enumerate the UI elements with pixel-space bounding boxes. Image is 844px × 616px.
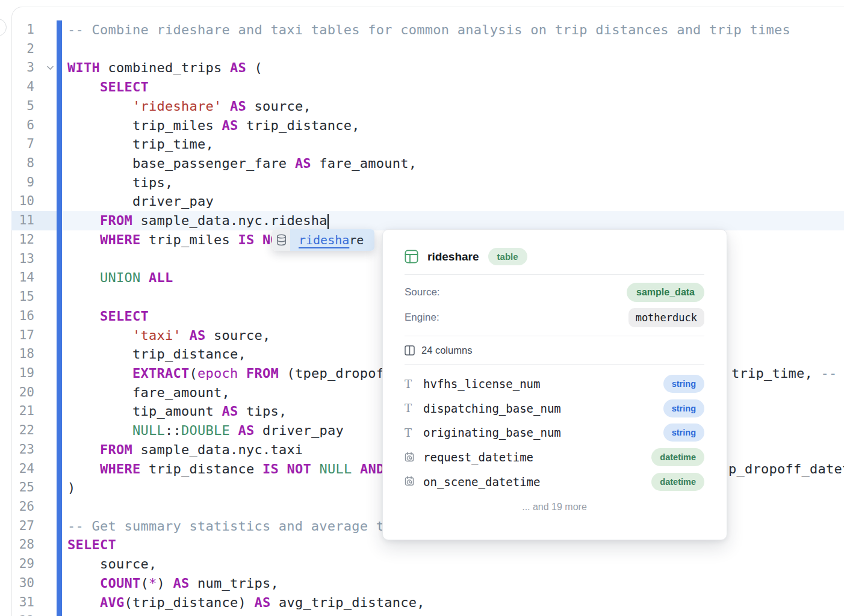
line-number: 32 — [11, 612, 34, 616]
line-number: 2 — [11, 40, 34, 59]
line-number: 27 — [11, 517, 34, 536]
code-text-right-of-card: p_dropoff_datet — [728, 460, 844, 479]
column-type-badge: string — [663, 424, 704, 442]
columns-count-label: 24 columns — [421, 345, 472, 356]
string-type-icon: T — [405, 402, 412, 414]
code-line-31[interactable]: 31 AVG(trip_distance) AS avg_trip_distan… — [11, 593, 844, 612]
column-type-badge: datetime — [651, 448, 704, 466]
column-type-badge: string — [663, 375, 704, 393]
code-text: tips, — [11, 173, 844, 192]
panel-handle[interactable] — [0, 19, 7, 36]
table-kind-badge: table — [488, 248, 527, 265]
change-indicator-bar — [57, 20, 62, 616]
divider — [405, 364, 704, 365]
code-text: 'rideshare' AS source, — [11, 97, 844, 116]
line-number: 22 — [11, 421, 34, 440]
code-text-right-of-card: trip_time, -- — [731, 364, 837, 383]
database-icon — [272, 229, 290, 251]
line-number: 4 — [11, 78, 34, 97]
line-number: 1 — [11, 20, 34, 40]
column-name: dispatching_base_num — [423, 402, 561, 415]
code-line-32[interactable]: 32 AVG(trip_time) AS avg_trip_time, — [11, 612, 844, 616]
code-line-3[interactable]: 3WITH combined_trips AS ( — [11, 58, 844, 78]
divider — [405, 274, 704, 275]
line-number: 21 — [11, 402, 34, 421]
column-row: Toriginating_base_numstring — [405, 420, 704, 445]
line-number: 23 — [11, 440, 34, 460]
column-row: Tdispatching_base_numstring — [405, 396, 704, 421]
autocomplete-popup[interactable]: rideshare — [272, 229, 374, 251]
line-number: 8 — [11, 154, 34, 173]
code-line-9[interactable]: 9 tips, — [11, 173, 844, 192]
code-line-5[interactable]: 5 'rideshare' AS source, — [11, 97, 844, 116]
engine-label: Engine: — [405, 312, 439, 324]
sql-editor-screen: 1-- Combine rideshare and taxi tables fo… — [0, 0, 844, 616]
code-line-29[interactable]: 29 source, — [11, 555, 844, 574]
line-number: 28 — [11, 535, 34, 555]
string-icon-cell: T — [405, 427, 423, 439]
column-name: on_scene_datetime — [423, 475, 540, 488]
line-number: 26 — [11, 497, 34, 517]
code-text: COUNT(*) AS num_trips, — [11, 574, 844, 593]
code-line-8[interactable]: 8 base_passenger_fare AS fare_amount, — [11, 154, 844, 173]
column-type-badge: datetime — [651, 473, 704, 491]
column-row: Thvfhs_license_numstring — [405, 372, 704, 396]
line-number: 30 — [11, 574, 34, 593]
code-line-2[interactable]: 2 — [11, 40, 844, 59]
code-text: WITH combined_trips AS ( — [11, 58, 844, 78]
column-type-badge: string — [663, 399, 704, 417]
code-line-7[interactable]: 7 trip_time, — [11, 135, 844, 154]
string-icon-cell: T — [405, 402, 423, 414]
code-text: trip_time, — [11, 135, 844, 154]
line-number: 29 — [11, 555, 34, 574]
code-line-1[interactable]: 1-- Combine rideshare and taxi tables fo… — [11, 20, 844, 40]
code-line-6[interactable]: 6 trip_miles AS trip_distance, — [11, 116, 844, 135]
engine-row: Engine:motherduck — [405, 305, 704, 330]
line-number: 17 — [11, 326, 34, 345]
line-number: 13 — [11, 250, 34, 269]
datetime-icon-cell — [405, 476, 423, 487]
line-number: 3 — [11, 58, 34, 78]
line-number: 9 — [11, 173, 34, 192]
source-label: Source: — [405, 286, 440, 298]
engine-value-badge: motherduck — [628, 308, 704, 327]
code-text: source, — [11, 555, 844, 574]
line-number: 12 — [11, 230, 34, 250]
line-number: 19 — [11, 364, 34, 383]
column-row: on_scene_datetimedatetime — [405, 469, 704, 494]
code-line-30[interactable]: 30 COUNT(*) AS num_trips, — [11, 574, 844, 593]
line-number: 24 — [11, 460, 34, 479]
code-line-4[interactable]: 4 SELECT — [11, 78, 844, 97]
line-number: 16 — [11, 307, 34, 326]
autocomplete-item-rideshare[interactable]: rideshare — [290, 229, 374, 251]
line-number: 6 — [11, 116, 34, 135]
table-name-title: rideshare — [427, 250, 479, 263]
string-icon-cell: T — [405, 378, 423, 390]
code-text: FROM sample_data.nyc.ridesha — [11, 211, 844, 230]
code-line-11[interactable]: 11 FROM sample_data.nyc.ridesha — [11, 211, 844, 230]
line-number: 11 — [11, 211, 34, 230]
code-text: trip_miles AS trip_distance, — [11, 116, 844, 135]
code-text: base_passenger_fare AS fare_amount, — [11, 154, 844, 173]
line-number: 31 — [11, 593, 34, 612]
autocomplete-match-text: ridesha — [299, 233, 349, 247]
autocomplete-rest-text: re — [349, 233, 364, 247]
column-name: request_datetime — [423, 451, 533, 464]
line-number: 18 — [11, 345, 34, 364]
datetime-type-icon — [405, 452, 416, 463]
source-value-badge: sample_data — [627, 283, 704, 302]
column-row: request_datetimedatetime — [405, 445, 704, 470]
column-name: originating_base_num — [423, 426, 561, 439]
column-name: hvfhs_license_num — [423, 377, 540, 390]
code-line-10[interactable]: 10 driver_pay — [11, 192, 844, 211]
datetime-type-icon — [405, 476, 416, 487]
code-text: -- Combine rideshare and taxi tables for… — [11, 20, 844, 40]
line-number: 7 — [11, 135, 34, 154]
fold-chevron-icon[interactable] — [45, 58, 55, 78]
line-number: 5 — [11, 97, 34, 116]
columns-icon — [405, 345, 415, 356]
line-number: 14 — [11, 268, 34, 288]
line-number: 15 — [11, 288, 34, 307]
line-number: 10 — [11, 192, 34, 211]
code-text: AVG(trip_distance) AS avg_trip_distance, — [11, 593, 844, 612]
